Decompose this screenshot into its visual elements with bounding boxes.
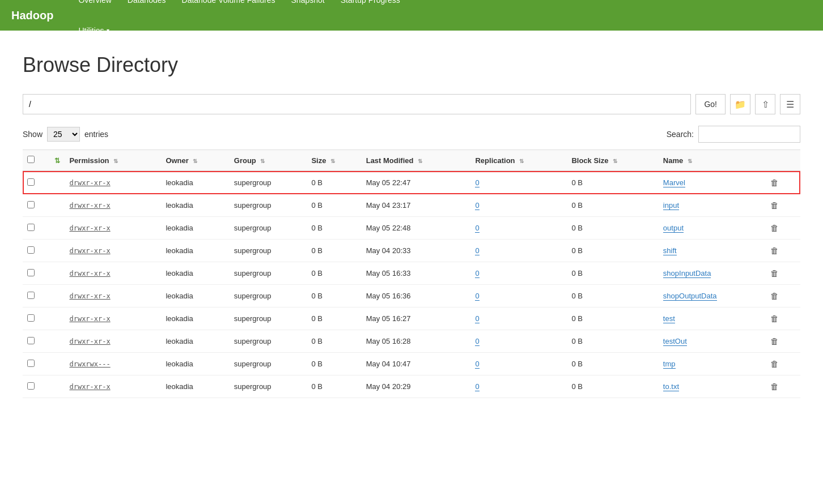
navbar: Hadoop OverviewDatanodesDatanode Volume … (0, 0, 823, 31)
row-name: tmp (659, 353, 763, 375)
row-permission: drwxr-xr-x (65, 262, 161, 285)
row-name-link[interactable]: tmp (663, 360, 676, 369)
row-name-link[interactable]: Marvel (663, 178, 685, 187)
row-checkbox[interactable] (27, 201, 35, 208)
row-name-link[interactable]: output (663, 224, 684, 233)
row-name-link[interactable]: input (663, 201, 679, 210)
row-group: supergroup (230, 375, 307, 398)
row-replication-link[interactable]: 0 (475, 269, 479, 278)
col-checkbox (23, 150, 50, 172)
col-size[interactable]: Size ⇅ (307, 150, 361, 172)
row-delete-button[interactable]: 🗑 (768, 177, 781, 189)
row-name-link[interactable]: testOut (663, 337, 687, 346)
row-checkbox-cell (23, 240, 50, 262)
row-checkbox[interactable] (27, 292, 35, 299)
col-sort-icon[interactable]: ⇅ (50, 150, 65, 172)
col-replication[interactable]: Replication ⇅ (470, 150, 567, 172)
row-checkbox[interactable] (27, 178, 35, 186)
nav-item-startup-progress[interactable]: Startup Progress (333, 0, 408, 15)
row-name-link[interactable]: shift (663, 246, 677, 255)
row-delete-button[interactable]: 🗑 (768, 267, 781, 279)
upload-button[interactable]: ⇧ (755, 94, 775, 114)
row-name-link[interactable]: test (663, 314, 675, 323)
row-sort-cell (50, 194, 65, 217)
row-delete-button[interactable]: 🗑 (768, 381, 781, 392)
row-delete-button[interactable]: 🗑 (768, 290, 781, 302)
row-replication: 0 (470, 171, 567, 194)
row-replication-link[interactable]: 0 (475, 201, 479, 210)
row-delete-cell: 🗑 (763, 330, 800, 353)
row-block-size: 0 B (567, 330, 658, 353)
row-replication: 0 (470, 217, 567, 240)
row-size: 0 B (307, 240, 361, 262)
search-input[interactable] (698, 126, 800, 143)
nav-item-utilities[interactable]: Utilities▾ (70, 15, 408, 46)
row-name-link[interactable]: to.txt (663, 382, 679, 391)
col-permission[interactable]: Permission ⇅ (65, 150, 161, 172)
col-group[interactable]: Group ⇅ (230, 150, 307, 172)
row-replication-link[interactable]: 0 (475, 246, 479, 255)
row-owner: leokadia (161, 194, 229, 217)
row-delete-button[interactable]: 🗑 (768, 358, 781, 370)
row-checkbox-cell (23, 330, 50, 353)
page-title: Browse Directory (23, 53, 800, 77)
row-name: input (659, 194, 763, 217)
col-last-modified[interactable]: Last Modified ⇅ (362, 150, 471, 172)
row-group: supergroup (230, 171, 307, 194)
col-block-size[interactable]: Block Size ⇅ (567, 150, 658, 172)
list-icon: ☰ (786, 99, 794, 110)
select-all-checkbox[interactable] (27, 156, 35, 163)
row-replication: 0 (470, 240, 567, 262)
go-button[interactable]: Go! (695, 94, 726, 114)
row-replication: 0 (470, 307, 567, 330)
row-checkbox[interactable] (27, 337, 35, 344)
nav-item-datanodes[interactable]: Datanodes (120, 0, 174, 15)
row-last-modified: May 05 22:47 (362, 171, 471, 194)
nav-item-snapshot[interactable]: Snapshot (283, 0, 333, 15)
row-replication-link[interactable]: 0 (475, 224, 479, 233)
table-row: drwxrwx--- leokadia supergroup 0 B May 0… (23, 353, 800, 375)
table-header: ⇅ Permission ⇅ Owner ⇅ Group ⇅ Size ⇅ La… (23, 150, 800, 172)
row-replication-link[interactable]: 0 (475, 337, 479, 346)
row-block-size: 0 B (567, 375, 658, 398)
row-replication-link[interactable]: 0 (475, 382, 479, 391)
row-name-link[interactable]: shopOutputData (663, 292, 717, 301)
row-delete-button[interactable]: 🗑 (768, 335, 781, 347)
row-name: to.txt (659, 375, 763, 398)
row-checkbox[interactable] (27, 360, 35, 367)
row-replication: 0 (470, 262, 567, 285)
col-owner[interactable]: Owner ⇅ (161, 150, 229, 172)
nav-item-datanode-volume-failures[interactable]: Datanode Volume Failures (174, 0, 283, 15)
row-sort-cell (50, 240, 65, 262)
folder-button[interactable]: 📁 (730, 94, 750, 114)
col-name[interactable]: Name ⇅ (659, 150, 763, 172)
table-row: drwxr-xr-x leokadia supergroup 0 B May 0… (23, 262, 800, 285)
row-name: output (659, 217, 763, 240)
row-delete-button[interactable]: 🗑 (768, 222, 781, 234)
list-button[interactable]: ☰ (780, 94, 800, 114)
row-replication-link[interactable]: 0 (475, 292, 479, 301)
nav-item-overview[interactable]: Overview (70, 0, 119, 15)
row-block-size: 0 B (567, 285, 658, 307)
row-checkbox[interactable] (27, 224, 35, 231)
row-checkbox[interactable] (27, 382, 35, 390)
row-replication-link[interactable]: 0 (475, 360, 479, 369)
row-replication: 0 (470, 375, 567, 398)
row-checkbox[interactable] (27, 314, 35, 322)
row-group: supergroup (230, 307, 307, 330)
row-checkbox-cell (23, 194, 50, 217)
show-label: Show (23, 130, 43, 139)
row-name-link[interactable]: shopInputData (663, 269, 711, 278)
path-input[interactable] (23, 94, 691, 114)
row-replication-link[interactable]: 0 (475, 314, 479, 323)
row-delete-button[interactable]: 🗑 (768, 245, 781, 257)
entries-select[interactable]: 102550100 (47, 127, 80, 142)
row-replication-link[interactable]: 0 (475, 178, 479, 187)
row-checkbox[interactable] (27, 246, 35, 254)
row-checkbox[interactable] (27, 269, 35, 276)
brand-logo: Hadoop (11, 9, 53, 22)
row-delete-button[interactable]: 🗑 (768, 199, 781, 211)
row-last-modified: May 05 16:36 (362, 285, 471, 307)
row-delete-button[interactable]: 🗑 (768, 313, 781, 324)
row-size: 0 B (307, 353, 361, 375)
